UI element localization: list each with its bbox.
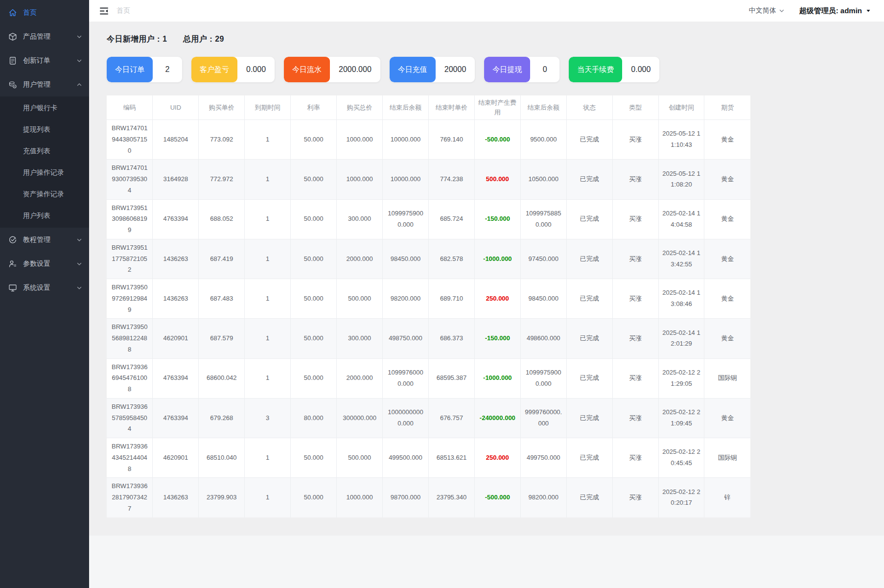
cell: 买涨 xyxy=(612,358,658,398)
column-header: 创建时间 xyxy=(658,95,704,120)
table-row: BRW173950568981224884620901687.579150.00… xyxy=(107,319,750,358)
fee-cell: 250.000 xyxy=(474,438,520,478)
cell: 498750.000 xyxy=(383,319,429,358)
cell: 499750.000 xyxy=(520,438,566,478)
sidebar-item-label: 系统设置 xyxy=(23,283,50,292)
user-summary: 今日新增用户：1 总用户：29 xyxy=(107,34,866,45)
cell: 锌 xyxy=(704,478,750,517)
cell: 772.972 xyxy=(199,160,245,199)
cell: 2025-02-12 20:20:17 xyxy=(658,478,704,517)
cube-icon xyxy=(8,32,17,41)
sidebar-subitem-user-list[interactable]: 用户列表 xyxy=(0,205,89,227)
cell: 已完成 xyxy=(566,279,612,319)
cell: 买涨 xyxy=(612,199,658,239)
cell: 已完成 xyxy=(566,478,612,517)
column-header: 购买总价 xyxy=(337,95,383,120)
total-users-value: 29 xyxy=(215,35,224,43)
cell: 686.373 xyxy=(428,319,474,358)
cell: 50.000 xyxy=(291,319,337,358)
sidebar-item-user-management[interactable]: 用户管理 xyxy=(0,72,89,96)
main-area: 首页 中文简体 超级管理员: admin 今日新增用户：1 总用户：29 今日订… xyxy=(89,0,884,588)
cell: BRW17470194438057150 xyxy=(107,120,153,160)
cell: 1000.000 xyxy=(337,160,383,199)
orders-table-header-row: 编码UID购买单价到期时间利率购买总价结束后余额结束时单价结束时产生费用结束后余… xyxy=(107,95,750,120)
total-users-label: 总用户： xyxy=(183,35,215,43)
system-icon xyxy=(8,283,17,292)
stat-card-label: 当天手续费 xyxy=(569,57,622,82)
cell: 689.710 xyxy=(428,279,474,319)
sidebar-subitem-withdrawal-list[interactable]: 提现列表 xyxy=(0,119,89,141)
sidebar-subitem-user-operation-log[interactable]: 用户操作记录 xyxy=(0,162,89,184)
cell: 已完成 xyxy=(566,398,612,438)
cell: 黄金 xyxy=(704,199,750,239)
cell: 黄金 xyxy=(704,160,750,199)
chevron-down-icon xyxy=(76,34,82,40)
table-row: BRW173950972691298491436263687.483150.00… xyxy=(107,279,750,319)
language-selector[interactable]: 中文简体 xyxy=(749,6,785,15)
cell: BRW17395056898122488 xyxy=(107,319,153,358)
orders-table-wrap: 编码UID购买单价到期时间利率购买总价结束后余额结束时单价结束时产生费用结束后余… xyxy=(107,95,750,517)
cell: BRW17393669454761008 xyxy=(107,358,153,398)
new-users-label: 今日新增用户： xyxy=(107,35,163,43)
column-header: 到期时间 xyxy=(245,95,291,120)
document-icon xyxy=(8,56,17,65)
stat-card-label: 今日提现 xyxy=(484,57,530,82)
topbar: 首页 中文简体 超级管理员: admin xyxy=(89,0,884,22)
user-menu[interactable]: 超级管理员: admin xyxy=(799,6,871,16)
cell: 黄金 xyxy=(704,120,750,160)
language-label: 中文简体 xyxy=(749,6,776,15)
cell: 买涨 xyxy=(612,319,658,358)
stat-card-label: 今日订单 xyxy=(107,57,153,82)
cell: BRW17470193007395304 xyxy=(107,160,153,199)
cell: 499500.000 xyxy=(383,438,429,478)
sidebar-item-tutorial-management[interactable]: 教程管理 xyxy=(0,228,89,252)
cell: 2025-02-12 20:45:45 xyxy=(658,438,704,478)
table-row: BRW173951309860681994763394688.052150.00… xyxy=(107,199,750,239)
column-header: 结束时产生费用 xyxy=(474,95,520,120)
sidebar: 首页产品管理创新订单用户管理用户银行卡提现列表充值列表用户操作记录资产操作记录用… xyxy=(0,0,89,588)
cell: 1 xyxy=(245,478,291,517)
sidebar-item-label: 产品管理 xyxy=(23,32,50,41)
cell: 676.757 xyxy=(428,398,474,438)
cell: 769.140 xyxy=(428,120,474,160)
cell: 98200.000 xyxy=(383,279,429,319)
cell: 773.092 xyxy=(199,120,245,160)
sidebar-item-system-settings[interactable]: 系统设置 xyxy=(0,276,89,300)
cell: 68600.042 xyxy=(199,358,245,398)
stat-card-label: 今日流水 xyxy=(284,57,330,82)
sidebar-subitem-recharge-list[interactable]: 充值列表 xyxy=(0,141,89,162)
sidebar-subitem-asset-operation-log[interactable]: 资产操作记录 xyxy=(0,184,89,205)
stat-card-label: 今日充值 xyxy=(390,57,436,82)
breadcrumb[interactable]: 首页 xyxy=(116,6,130,15)
cell: 300000.000 xyxy=(337,398,383,438)
cell: 50.000 xyxy=(291,239,337,279)
stat-cards: 今日订单2客户盈亏0.000今日流水2000.000今日充值20000今日提现0… xyxy=(107,57,866,82)
cell: 已完成 xyxy=(566,358,612,398)
cell: 2025-02-14 12:01:29 xyxy=(658,319,704,358)
sidebar-subitem-user-bank-cards[interactable]: 用户银行卡 xyxy=(0,97,89,119)
home-icon xyxy=(8,8,17,17)
cell: 687.579 xyxy=(199,319,245,358)
sidebar-collapse-icon[interactable] xyxy=(99,6,109,16)
cell: 1000.000 xyxy=(337,120,383,160)
cell: 2000.000 xyxy=(337,239,383,279)
cell: 已完成 xyxy=(566,199,612,239)
cell: 50.000 xyxy=(291,160,337,199)
stat-card-today-orders: 今日订单2 xyxy=(107,57,182,82)
stat-card-today-fees: 当天手续费0.000 xyxy=(569,57,659,82)
sidebar-item-innovation-orders[interactable]: 创新订单 xyxy=(0,48,89,72)
cell: BRW17395130986068199 xyxy=(107,199,153,239)
table-row: BRW173951177587210521436263687.419150.00… xyxy=(107,239,750,279)
sidebar-item-parameter-settings[interactable]: 参数设置 xyxy=(0,252,89,276)
column-header: 利率 xyxy=(291,95,337,120)
cell: 500.000 xyxy=(337,279,383,319)
fee-cell: -500.000 xyxy=(474,478,520,517)
sidebar-item-label: 用户管理 xyxy=(23,80,50,89)
sidebar-item-home[interactable]: 首页 xyxy=(0,0,89,24)
cell: 4763394 xyxy=(153,199,199,239)
orders-table: 编码UID购买单价到期时间利率购买总价结束后余额结束时单价结束时产生费用结束后余… xyxy=(107,95,750,517)
sidebar-item-product-management[interactable]: 产品管理 xyxy=(0,24,89,48)
cell: 10999758850.000 xyxy=(520,199,566,239)
stat-card-customer-pnl: 客户盈亏0.000 xyxy=(191,57,275,82)
cell: 已完成 xyxy=(566,120,612,160)
